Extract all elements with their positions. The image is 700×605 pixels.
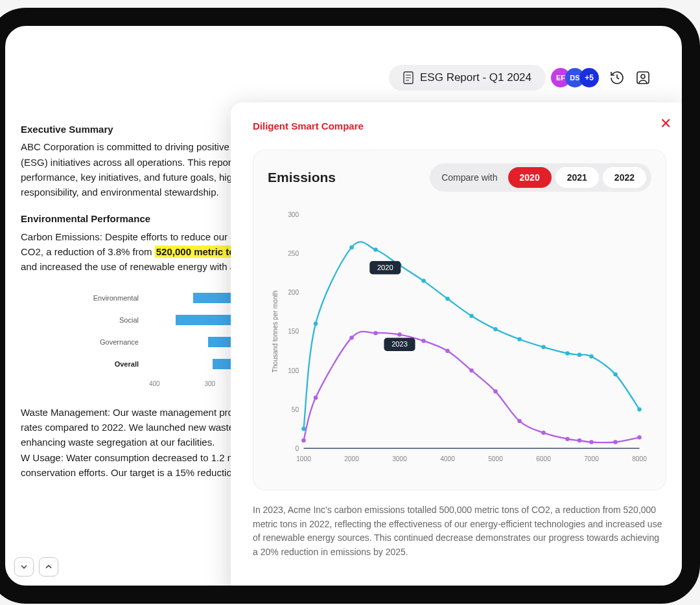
collaborator-avatars[interactable]: EF DS +5 bbox=[556, 68, 599, 87]
document-title: ESG Report - Q1 2024 bbox=[420, 71, 531, 84]
svg-point-52 bbox=[589, 440, 593, 444]
svg-text:2000: 2000 bbox=[344, 455, 359, 462]
svg-point-25 bbox=[349, 245, 353, 249]
svg-point-28 bbox=[421, 279, 425, 282]
svg-text:6000: 6000 bbox=[536, 455, 551, 462]
svg-point-40 bbox=[314, 396, 318, 400]
svg-point-31 bbox=[493, 327, 497, 331]
document-icon bbox=[403, 71, 414, 84]
svg-text:5000: 5000 bbox=[488, 455, 503, 462]
svg-point-36 bbox=[589, 354, 593, 358]
nav-down-button[interactable] bbox=[14, 557, 34, 576]
panel-title: Diligent Smart Compare bbox=[253, 120, 666, 131]
year-pill-2020[interactable]: 2020 bbox=[508, 167, 552, 188]
svg-text:8000: 8000 bbox=[632, 455, 647, 462]
svg-text:0: 0 bbox=[295, 445, 299, 452]
document-title-pill[interactable]: ESG Report - Q1 2024 bbox=[389, 65, 546, 91]
svg-text:1000: 1000 bbox=[296, 455, 311, 462]
svg-rect-4 bbox=[637, 72, 649, 84]
svg-point-30 bbox=[469, 314, 473, 317]
page-nav bbox=[14, 557, 58, 576]
svg-point-50 bbox=[565, 437, 569, 440]
svg-point-35 bbox=[578, 353, 581, 357]
year-pill-2022[interactable]: 2022 bbox=[603, 167, 646, 188]
topbar: ESG Report - Q1 2024 EF DS +5 bbox=[5, 58, 666, 97]
svg-text:7000: 7000 bbox=[584, 455, 599, 462]
svg-text:Thousand tonnes per month: Thousand tonnes per month bbox=[272, 290, 279, 372]
close-icon[interactable]: ✕ bbox=[660, 117, 671, 131]
svg-text:3000: 3000 bbox=[392, 455, 407, 462]
svg-point-41 bbox=[349, 336, 353, 339]
svg-text:2020: 2020 bbox=[377, 264, 393, 271]
smart-compare-panel: Diligent Smart Compare ✕ Emissions Compa… bbox=[231, 102, 688, 601]
svg-point-5 bbox=[641, 74, 645, 78]
profile-icon[interactable] bbox=[635, 70, 651, 86]
svg-text:4000: 4000 bbox=[440, 455, 455, 462]
svg-point-44 bbox=[421, 339, 425, 343]
avatar-more[interactable]: +5 bbox=[579, 68, 599, 87]
chart-card: Emissions Compare with 2020 2021 2022 Th… bbox=[253, 150, 666, 490]
compare-label: Compare with bbox=[435, 172, 504, 183]
tablet-frame: ESG Report - Q1 2024 EF DS +5 Executive … bbox=[0, 8, 700, 604]
svg-text:300: 300 bbox=[288, 211, 299, 218]
svg-point-29 bbox=[445, 297, 449, 301]
svg-text:200: 200 bbox=[288, 289, 299, 296]
emissions-line-chart: Thousand tonnes per month050100150200250… bbox=[268, 198, 651, 477]
svg-point-43 bbox=[397, 332, 401, 336]
svg-text:150: 150 bbox=[288, 328, 299, 335]
svg-point-48 bbox=[517, 419, 521, 423]
svg-point-38 bbox=[637, 407, 641, 411]
svg-point-46 bbox=[469, 369, 473, 372]
svg-point-39 bbox=[301, 439, 305, 442]
svg-point-24 bbox=[314, 321, 318, 325]
chart-summary: In 2023, Acme Inc's carbon emissions tot… bbox=[253, 503, 666, 560]
svg-point-34 bbox=[565, 351, 569, 355]
svg-text:100: 100 bbox=[288, 367, 299, 374]
history-icon[interactable] bbox=[609, 70, 625, 86]
svg-point-47 bbox=[493, 389, 497, 393]
svg-point-26 bbox=[373, 247, 377, 251]
svg-point-51 bbox=[578, 439, 581, 442]
svg-point-42 bbox=[373, 331, 377, 335]
compare-with-group: Compare with 2020 2021 2022 bbox=[430, 163, 651, 192]
nav-up-button[interactable] bbox=[39, 557, 58, 576]
svg-point-32 bbox=[517, 337, 521, 341]
svg-text:250: 250 bbox=[288, 250, 299, 257]
svg-point-54 bbox=[637, 435, 641, 439]
chart-title: Emissions bbox=[268, 170, 336, 185]
svg-point-53 bbox=[613, 440, 617, 444]
svg-point-33 bbox=[541, 345, 545, 349]
svg-point-49 bbox=[541, 431, 545, 435]
year-pill-2021[interactable]: 2021 bbox=[555, 167, 599, 188]
svg-text:50: 50 bbox=[292, 406, 299, 413]
svg-point-37 bbox=[613, 372, 617, 376]
svg-point-45 bbox=[445, 349, 449, 353]
svg-text:2023: 2023 bbox=[391, 340, 408, 348]
